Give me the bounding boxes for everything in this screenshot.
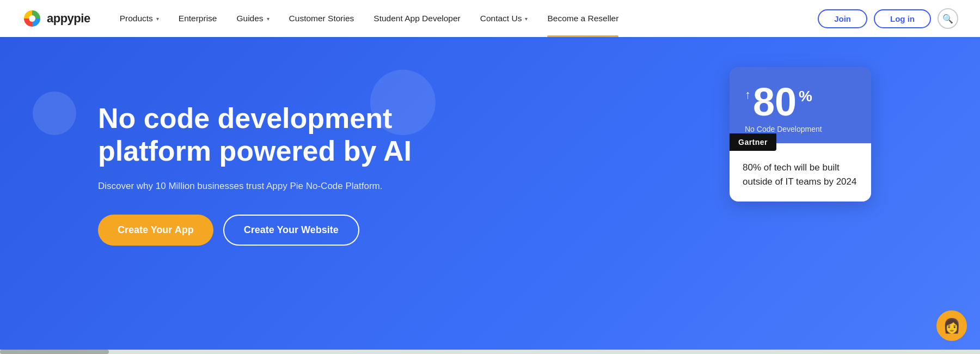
svg-point-1	[29, 15, 35, 22]
stat-arrow-icon: ↑	[745, 88, 751, 102]
nav-item-customer-stories[interactable]: Customer Stories	[279, 0, 364, 37]
stat-percent: %	[799, 88, 812, 105]
nav-links: Products ▾ Enterprise Guides ▾ Customer …	[110, 0, 818, 37]
gartner-badge: Gartner	[730, 133, 776, 151]
scrollbar-thumb[interactable]	[0, 350, 109, 354]
nav-item-enterprise[interactable]: Enterprise	[169, 0, 227, 37]
logo-icon	[22, 8, 42, 29]
hero-buttons: Create Your App Create Your Website	[98, 215, 490, 246]
chevron-down-icon: ▾	[156, 16, 159, 22]
create-website-button[interactable]: Create Your Website	[223, 215, 359, 246]
nav-item-guides[interactable]: Guides ▾	[226, 0, 279, 37]
logo-text: appypie	[47, 11, 90, 26]
stat-card-top: ↑ 80 % No Code Development	[730, 67, 871, 143]
stat-quote: 80% of tech will be built outside of IT …	[743, 161, 858, 188]
stat-number: 80	[753, 82, 797, 121]
nav-item-products[interactable]: Products ▾	[110, 0, 169, 37]
hero-subtitle: Discover why 10 Million businesses trust…	[98, 181, 490, 192]
nav-right: Join Log in 🔍	[818, 8, 958, 29]
search-icon: 🔍	[942, 14, 953, 24]
help-avatar[interactable]: 👩	[936, 310, 967, 341]
stat-card: ↑ 80 % No Code Development Gartner 80% o…	[730, 67, 871, 202]
nav-item-student-app-developer[interactable]: Student App Developer	[364, 0, 470, 37]
create-app-button[interactable]: Create Your App	[98, 215, 213, 246]
nav-item-become-reseller[interactable]: Become a Reseller	[537, 0, 628, 37]
hero-section: No code development platform powered by …	[0, 37, 980, 354]
search-button[interactable]: 🔍	[938, 8, 958, 29]
avatar-emoji: 👩	[943, 318, 960, 334]
stat-label: No Code Development	[745, 125, 856, 133]
decorative-circle-left	[33, 91, 76, 135]
navbar: appypie Products ▾ Enterprise Guides ▾ C…	[0, 0, 980, 37]
login-button[interactable]: Log in	[874, 9, 931, 28]
stat-number-row: ↑ 80 %	[745, 82, 856, 121]
chevron-down-icon: ▾	[267, 16, 270, 22]
stat-card-area: ↑ 80 % No Code Development Gartner 80% o…	[730, 67, 871, 202]
chevron-down-icon: ▾	[525, 16, 528, 22]
decorative-circle-mid	[370, 70, 436, 135]
join-button[interactable]: Join	[818, 9, 867, 28]
stat-card-bottom: Gartner 80% of tech will be built outsid…	[730, 143, 871, 202]
scrollbar[interactable]	[0, 350, 980, 354]
nav-item-contact-us[interactable]: Contact Us ▾	[470, 0, 538, 37]
logo-link[interactable]: appypie	[22, 8, 90, 29]
